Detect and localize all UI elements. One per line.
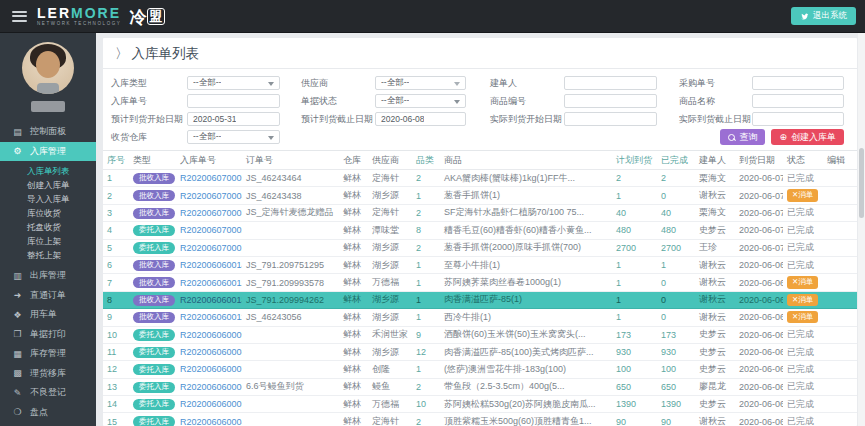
table-row[interactable]: 15委托入库R202006060004鲜林定海针2顶胜紫糯玉米500g(60)顶… [103, 413, 857, 426]
inbound-order-link[interactable]: R202006060008 [180, 347, 242, 357]
inbound-order-link[interactable]: R202006070003 [180, 208, 242, 218]
table-row[interactable]: 1批收入库R202006070005JS_46243464鲜林定海针2AKA蟹肉… [103, 170, 857, 187]
cancel-order-badge[interactable]: ✕消单 [787, 294, 818, 306]
supplier-cell: 创隆 [368, 361, 412, 378]
chevron-down-icon [454, 100, 460, 104]
sidebar-subitem-pallet-receive[interactable]: 托盘收货 [0, 220, 96, 234]
table-row[interactable]: 10委托入库R202006060009鲜林禾润世家9酒酿饼(60)玉米饼(50)… [103, 326, 857, 343]
planned-cell: 1 [612, 256, 657, 273]
sidebar-item-inbound[interactable]: ⚙入库管理 [0, 142, 96, 162]
inbound-order-link[interactable]: R202006060013 [180, 295, 242, 305]
sidebar-subitem-location-receive[interactable]: 库位收货 [0, 206, 96, 220]
status-cell: ✕消单 [783, 291, 823, 308]
table-row[interactable]: 2批收入库R202006070004JS_46243438鲜林湖乡源1葱香手抓饼… [103, 187, 857, 204]
col-header: 仓库 [339, 151, 368, 170]
table-row[interactable]: 12委托入库R202006060007鲜林创隆1(悠萨)澳洲雪花牛排-183g(… [103, 361, 857, 378]
inbound-order-link[interactable]: R202006070002 [180, 225, 242, 235]
type-cell: 委托入库 [129, 343, 176, 360]
sidebar-item-direct-order[interactable]: ➜直通订单 [0, 286, 96, 306]
filter-input-expected-start-date[interactable]: 2020-05-31 [187, 112, 280, 126]
sidebar-item-vehicle[interactable]: ❖用车单 [0, 305, 96, 325]
status-text: 已完成 [787, 207, 814, 217]
filter-input-creator[interactable] [564, 76, 657, 90]
inbound-order-link[interactable]: R202006060014 [180, 260, 242, 270]
sidebar-subitem-create-inbound[interactable]: 创建入库单 [0, 178, 96, 192]
filter-input-actual-end-date[interactable] [752, 112, 844, 126]
sidebar-item-relocate[interactable]: ▩理货移库 [0, 364, 96, 384]
col-header: 编辑 [823, 151, 857, 170]
table-row[interactable]: 6批收入库R202006060014JS_791.209751295鲜林湖乡源1… [103, 256, 857, 273]
vertical-scrollbar[interactable] [858, 33, 865, 426]
sidebar-item-dashboard[interactable]: ▤控制面板 [0, 122, 96, 142]
logout-button[interactable]: 退出系统 [791, 7, 856, 25]
supplier-cell: 万德福 [368, 274, 412, 291]
category-cell: 2 [412, 413, 440, 426]
avatar[interactable] [22, 42, 74, 94]
scrollbar-thumb[interactable] [859, 148, 864, 218]
filter-input-actual-start-date[interactable] [564, 112, 657, 126]
sidebar-item-contract[interactable]: ❒合同管理 [0, 422, 96, 426]
filter-input-inbound-no[interactable] [187, 94, 280, 108]
table-row[interactable]: 4委托入库R202006070002鲜林潭味堂8糟香毛豆(60)糟香虾(60)糟… [103, 222, 857, 239]
done-cell: 480 [657, 222, 695, 239]
inbound-order-link[interactable]: R202006060009 [180, 330, 242, 340]
sidebar-item-label: 库存管理 [30, 347, 66, 360]
filter-input-product-no[interactable] [564, 94, 657, 108]
sidebar-item-stocktake[interactable]: ❍盘点 [0, 403, 96, 423]
brand-logo: LERMORE NETWORK TECHNOLOGY 冷盟 [37, 7, 165, 26]
sidebar-subitem-location-shelve[interactable]: 库位上架 [0, 234, 96, 248]
filter-select-supplier[interactable]: --全部-- [375, 76, 466, 90]
sidebar-item-defect[interactable]: ✎不良登记 [0, 383, 96, 403]
table-row[interactable]: 11委托入库R202006060008鲜林湖乡源12肉香满溢匹萨-85(100)… [103, 343, 857, 360]
sidebar-item-inventory[interactable]: ▦库存管理 [0, 344, 96, 364]
table-row[interactable]: 14委托入库R202006060005鲜林万德福10苏阿姨松糕530g(20)苏… [103, 396, 857, 413]
hamburger-menu-icon[interactable] [12, 11, 27, 22]
table-row[interactable]: 8批收入库R202006060013JS_791.209994262鲜林湖乡源1… [103, 291, 857, 308]
sidebar-subitem-pallet-shelve[interactable]: 整托上架 [0, 248, 96, 262]
sidebar-subitem-inbound-list[interactable]: 入库单列表 [0, 164, 96, 178]
inbound-order-link[interactable]: R202006070001 [180, 243, 242, 253]
filter-select-doc-status[interactable]: --全部-- [375, 94, 466, 108]
sidebar-subitem-import-inbound[interactable]: 导入入库单 [0, 192, 96, 206]
status-cell: 已完成 [783, 378, 823, 395]
product-cell: 苏阿姨松糕530g(20)苏阿姨脆皮南瓜... [440, 396, 612, 413]
category-cell: 1 [412, 309, 440, 326]
cancel-order-badge[interactable]: ✕消单 [787, 311, 818, 323]
product-cell: 葱香手抓饼(2000)原味手抓饼(700) [440, 239, 612, 256]
inbound-order-link[interactable]: R202006070005 [180, 173, 242, 183]
warehouse-cell: 鲜林 [339, 204, 368, 221]
inbound-order-link[interactable]: R202006060004 [180, 417, 242, 426]
cancel-order-badge[interactable]: ✕消单 [787, 276, 818, 288]
filter-select-inbound-type[interactable]: --全部-- [187, 76, 280, 90]
brand-name: LERMORE [37, 7, 121, 19]
table-row[interactable]: 9批收入库R202006060011JS_46243056鲜林湖乡源1西冷牛排(… [103, 309, 857, 326]
create-inbound-button[interactable]: ⊕创建入库单 [771, 129, 844, 145]
table-row[interactable]: 13委托入库R2020060600066.6号鳗鱼到货鲜林鳗鱼2带鱼段（2.5-… [103, 378, 857, 395]
order-id-cell: R202006060009 [176, 326, 242, 343]
inbound-order-link[interactable]: R202006060007 [180, 364, 242, 374]
vehicle-icon: ❖ [12, 310, 23, 320]
query-button[interactable]: 查询 [720, 129, 765, 145]
date-cell: 2020-06-06 [735, 309, 783, 326]
supplier-cell: 万德福 [368, 396, 412, 413]
filter-input-purchase-no[interactable] [752, 76, 844, 90]
inbound-order-link[interactable]: R202006060012 [180, 278, 242, 288]
filter-input-expected-end-date[interactable]: 2020-06-08 [375, 112, 466, 126]
creator-cell: 谢秋云 [695, 413, 735, 426]
warehouse-cell: 鲜林 [339, 291, 368, 308]
filter-select-receive-warehouse[interactable]: --全部-- [187, 130, 280, 144]
table-row[interactable]: 5委托入库R202006070001鲜林湖乡源2葱香手抓饼(2000)原味手抓饼… [103, 239, 857, 256]
cancel-order-badge[interactable]: ✕消单 [787, 189, 818, 201]
table-row[interactable]: 7批收入库R202006060012JS_791.209993578鲜林万德福1… [103, 274, 857, 291]
sidebar-item-print[interactable]: ❐单据打印 [0, 325, 96, 345]
inbound-order-link[interactable]: R202006060005 [180, 399, 242, 409]
inbound-order-link[interactable]: R202006070004 [180, 191, 242, 201]
filter-input-product-name[interactable] [752, 94, 844, 108]
table-row[interactable]: 3批收入库R202006070003JS_定海针麦德龙赠品鲜林定海针2SF定海针… [103, 204, 857, 221]
inbound-order-link[interactable]: R202006060006 [180, 382, 242, 392]
status-cell: 已完成 [783, 222, 823, 239]
sidebar-item-outbound[interactable]: ▥出库管理 [0, 266, 96, 286]
inbound-order-link[interactable]: R202006060011 [180, 312, 242, 322]
date-cell: 2020-06-06 [735, 413, 783, 426]
warehouse-cell: 鲜林 [339, 361, 368, 378]
